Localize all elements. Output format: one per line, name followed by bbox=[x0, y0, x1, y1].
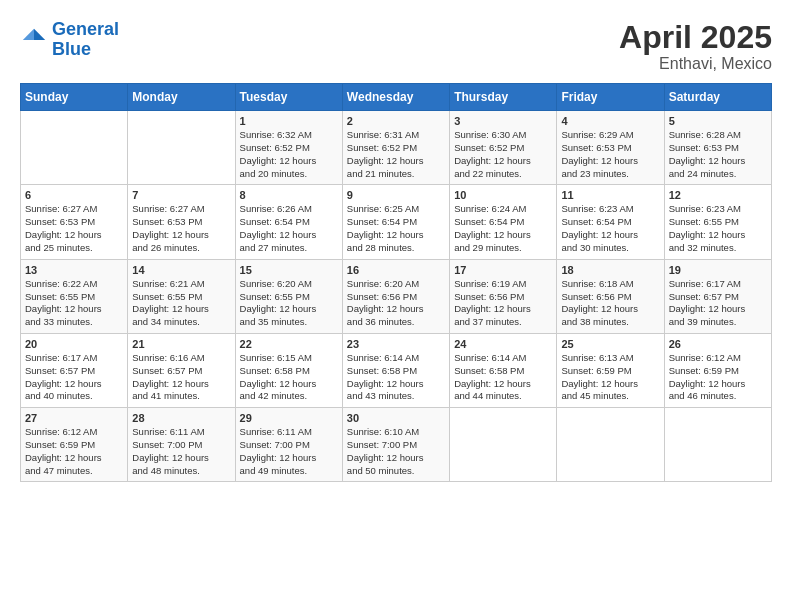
calendar-cell: 22Sunrise: 6:15 AM Sunset: 6:58 PM Dayli… bbox=[235, 333, 342, 407]
calendar-cell: 6Sunrise: 6:27 AM Sunset: 6:53 PM Daylig… bbox=[21, 185, 128, 259]
day-info: Sunrise: 6:14 AM Sunset: 6:58 PM Dayligh… bbox=[347, 352, 445, 403]
calendar-cell: 11Sunrise: 6:23 AM Sunset: 6:54 PM Dayli… bbox=[557, 185, 664, 259]
calendar-cell: 17Sunrise: 6:19 AM Sunset: 6:56 PM Dayli… bbox=[450, 259, 557, 333]
day-info: Sunrise: 6:12 AM Sunset: 6:59 PM Dayligh… bbox=[669, 352, 767, 403]
day-of-week-header: Wednesday bbox=[342, 84, 449, 111]
calendar-cell: 12Sunrise: 6:23 AM Sunset: 6:55 PM Dayli… bbox=[664, 185, 771, 259]
day-info: Sunrise: 6:31 AM Sunset: 6:52 PM Dayligh… bbox=[347, 129, 445, 180]
calendar-header-row: SundayMondayTuesdayWednesdayThursdayFrid… bbox=[21, 84, 772, 111]
day-of-week-header: Saturday bbox=[664, 84, 771, 111]
logo: General Blue bbox=[20, 20, 119, 60]
calendar-cell: 20Sunrise: 6:17 AM Sunset: 6:57 PM Dayli… bbox=[21, 333, 128, 407]
calendar-cell: 13Sunrise: 6:22 AM Sunset: 6:55 PM Dayli… bbox=[21, 259, 128, 333]
day-info: Sunrise: 6:30 AM Sunset: 6:52 PM Dayligh… bbox=[454, 129, 552, 180]
day-info: Sunrise: 6:23 AM Sunset: 6:54 PM Dayligh… bbox=[561, 203, 659, 254]
day-info: Sunrise: 6:20 AM Sunset: 6:56 PM Dayligh… bbox=[347, 278, 445, 329]
calendar-cell: 19Sunrise: 6:17 AM Sunset: 6:57 PM Dayli… bbox=[664, 259, 771, 333]
calendar-subtitle: Enthavi, Mexico bbox=[619, 55, 772, 73]
day-number: 30 bbox=[347, 412, 445, 424]
day-number: 19 bbox=[669, 264, 767, 276]
day-info: Sunrise: 6:27 AM Sunset: 6:53 PM Dayligh… bbox=[25, 203, 123, 254]
day-number: 18 bbox=[561, 264, 659, 276]
day-info: Sunrise: 6:18 AM Sunset: 6:56 PM Dayligh… bbox=[561, 278, 659, 329]
calendar-cell: 5Sunrise: 6:28 AM Sunset: 6:53 PM Daylig… bbox=[664, 111, 771, 185]
day-info: Sunrise: 6:11 AM Sunset: 7:00 PM Dayligh… bbox=[240, 426, 338, 477]
day-info: Sunrise: 6:17 AM Sunset: 6:57 PM Dayligh… bbox=[669, 278, 767, 329]
logo-icon bbox=[20, 26, 48, 54]
day-info: Sunrise: 6:23 AM Sunset: 6:55 PM Dayligh… bbox=[669, 203, 767, 254]
calendar-week-row: 20Sunrise: 6:17 AM Sunset: 6:57 PM Dayli… bbox=[21, 333, 772, 407]
day-number: 21 bbox=[132, 338, 230, 350]
calendar-week-row: 13Sunrise: 6:22 AM Sunset: 6:55 PM Dayli… bbox=[21, 259, 772, 333]
day-info: Sunrise: 6:27 AM Sunset: 6:53 PM Dayligh… bbox=[132, 203, 230, 254]
day-number: 3 bbox=[454, 115, 552, 127]
calendar-cell bbox=[664, 408, 771, 482]
day-info: Sunrise: 6:12 AM Sunset: 6:59 PM Dayligh… bbox=[25, 426, 123, 477]
day-of-week-header: Tuesday bbox=[235, 84, 342, 111]
day-info: Sunrise: 6:16 AM Sunset: 6:57 PM Dayligh… bbox=[132, 352, 230, 403]
day-of-week-header: Friday bbox=[557, 84, 664, 111]
day-info: Sunrise: 6:26 AM Sunset: 6:54 PM Dayligh… bbox=[240, 203, 338, 254]
svg-marker-1 bbox=[23, 29, 34, 40]
calendar-cell: 7Sunrise: 6:27 AM Sunset: 6:53 PM Daylig… bbox=[128, 185, 235, 259]
calendar-cell: 10Sunrise: 6:24 AM Sunset: 6:54 PM Dayli… bbox=[450, 185, 557, 259]
day-number: 17 bbox=[454, 264, 552, 276]
calendar-cell: 27Sunrise: 6:12 AM Sunset: 6:59 PM Dayli… bbox=[21, 408, 128, 482]
day-number: 23 bbox=[347, 338, 445, 350]
day-number: 12 bbox=[669, 189, 767, 201]
day-info: Sunrise: 6:21 AM Sunset: 6:55 PM Dayligh… bbox=[132, 278, 230, 329]
day-number: 8 bbox=[240, 189, 338, 201]
day-number: 13 bbox=[25, 264, 123, 276]
calendar-cell: 2Sunrise: 6:31 AM Sunset: 6:52 PM Daylig… bbox=[342, 111, 449, 185]
calendar-cell: 16Sunrise: 6:20 AM Sunset: 6:56 PM Dayli… bbox=[342, 259, 449, 333]
day-number: 2 bbox=[347, 115, 445, 127]
day-info: Sunrise: 6:14 AM Sunset: 6:58 PM Dayligh… bbox=[454, 352, 552, 403]
day-number: 10 bbox=[454, 189, 552, 201]
calendar-cell: 21Sunrise: 6:16 AM Sunset: 6:57 PM Dayli… bbox=[128, 333, 235, 407]
day-number: 27 bbox=[25, 412, 123, 424]
day-number: 11 bbox=[561, 189, 659, 201]
calendar-cell bbox=[450, 408, 557, 482]
logo-text: General Blue bbox=[52, 20, 119, 60]
calendar-cell: 30Sunrise: 6:10 AM Sunset: 7:00 PM Dayli… bbox=[342, 408, 449, 482]
calendar-cell bbox=[21, 111, 128, 185]
day-number: 15 bbox=[240, 264, 338, 276]
svg-marker-0 bbox=[34, 29, 45, 40]
calendar-week-row: 1Sunrise: 6:32 AM Sunset: 6:52 PM Daylig… bbox=[21, 111, 772, 185]
day-number: 4 bbox=[561, 115, 659, 127]
calendar-cell: 4Sunrise: 6:29 AM Sunset: 6:53 PM Daylig… bbox=[557, 111, 664, 185]
day-number: 16 bbox=[347, 264, 445, 276]
day-info: Sunrise: 6:10 AM Sunset: 7:00 PM Dayligh… bbox=[347, 426, 445, 477]
day-number: 25 bbox=[561, 338, 659, 350]
page-header: General Blue April 2025 Enthavi, Mexico bbox=[20, 20, 772, 73]
day-info: Sunrise: 6:22 AM Sunset: 6:55 PM Dayligh… bbox=[25, 278, 123, 329]
calendar-cell: 18Sunrise: 6:18 AM Sunset: 6:56 PM Dayli… bbox=[557, 259, 664, 333]
calendar-cell: 9Sunrise: 6:25 AM Sunset: 6:54 PM Daylig… bbox=[342, 185, 449, 259]
calendar-cell bbox=[128, 111, 235, 185]
day-info: Sunrise: 6:32 AM Sunset: 6:52 PM Dayligh… bbox=[240, 129, 338, 180]
day-number: 28 bbox=[132, 412, 230, 424]
day-info: Sunrise: 6:11 AM Sunset: 7:00 PM Dayligh… bbox=[132, 426, 230, 477]
calendar-cell: 8Sunrise: 6:26 AM Sunset: 6:54 PM Daylig… bbox=[235, 185, 342, 259]
calendar-cell bbox=[557, 408, 664, 482]
day-info: Sunrise: 6:15 AM Sunset: 6:58 PM Dayligh… bbox=[240, 352, 338, 403]
day-number: 5 bbox=[669, 115, 767, 127]
day-info: Sunrise: 6:20 AM Sunset: 6:55 PM Dayligh… bbox=[240, 278, 338, 329]
day-number: 6 bbox=[25, 189, 123, 201]
day-info: Sunrise: 6:29 AM Sunset: 6:53 PM Dayligh… bbox=[561, 129, 659, 180]
calendar-cell: 14Sunrise: 6:21 AM Sunset: 6:55 PM Dayli… bbox=[128, 259, 235, 333]
day-of-week-header: Sunday bbox=[21, 84, 128, 111]
day-info: Sunrise: 6:25 AM Sunset: 6:54 PM Dayligh… bbox=[347, 203, 445, 254]
day-info: Sunrise: 6:19 AM Sunset: 6:56 PM Dayligh… bbox=[454, 278, 552, 329]
day-number: 22 bbox=[240, 338, 338, 350]
calendar-cell: 29Sunrise: 6:11 AM Sunset: 7:00 PM Dayli… bbox=[235, 408, 342, 482]
day-number: 14 bbox=[132, 264, 230, 276]
calendar-cell: 23Sunrise: 6:14 AM Sunset: 6:58 PM Dayli… bbox=[342, 333, 449, 407]
calendar-title: April 2025 bbox=[619, 20, 772, 55]
calendar-cell: 24Sunrise: 6:14 AM Sunset: 6:58 PM Dayli… bbox=[450, 333, 557, 407]
calendar-title-block: April 2025 Enthavi, Mexico bbox=[619, 20, 772, 73]
day-number: 9 bbox=[347, 189, 445, 201]
day-info: Sunrise: 6:13 AM Sunset: 6:59 PM Dayligh… bbox=[561, 352, 659, 403]
day-info: Sunrise: 6:28 AM Sunset: 6:53 PM Dayligh… bbox=[669, 129, 767, 180]
day-of-week-header: Monday bbox=[128, 84, 235, 111]
